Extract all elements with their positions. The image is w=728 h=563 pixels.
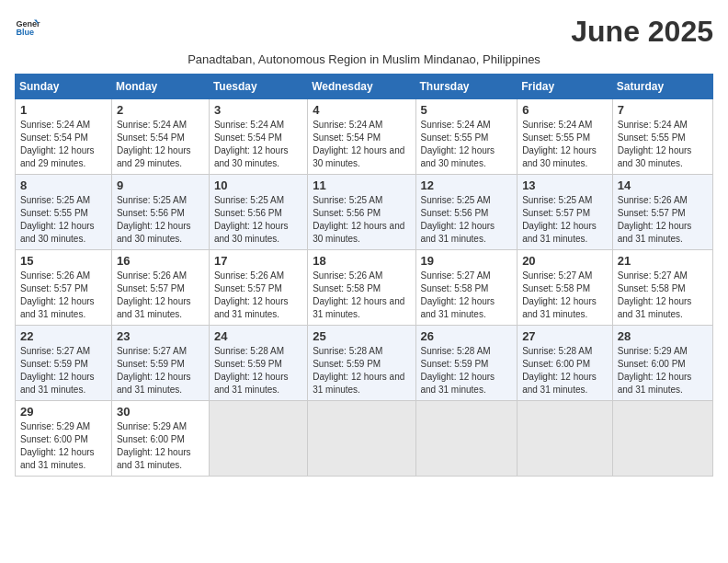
day-headers: SundayMondayTuesdayWednesdayThursdayFrid… <box>16 75 713 99</box>
calendar-cell: 26Sunrise: 5:28 AM Sunset: 5:59 PM Dayli… <box>415 326 518 401</box>
calendar-week-2: 8Sunrise: 5:25 AM Sunset: 5:55 PM Daylig… <box>16 175 713 250</box>
calendar-cell: 16Sunrise: 5:26 AM Sunset: 5:57 PM Dayli… <box>111 250 209 326</box>
calendar-cell: 10Sunrise: 5:25 AM Sunset: 5:56 PM Dayli… <box>209 175 307 250</box>
calendar-cell: 25Sunrise: 5:28 AM Sunset: 5:59 PM Dayli… <box>308 326 415 401</box>
day-info: Sunrise: 5:26 AM Sunset: 5:57 PM Dayligh… <box>117 270 204 321</box>
day-number: 7 <box>618 103 708 117</box>
day-info: Sunrise: 5:26 AM Sunset: 5:57 PM Dayligh… <box>618 194 708 246</box>
calendar-cell: 19Sunrise: 5:27 AM Sunset: 5:58 PM Dayli… <box>415 250 518 326</box>
logo-icon: General Blue <box>15 15 40 40</box>
day-number: 15 <box>20 254 107 268</box>
day-info: Sunrise: 5:24 AM Sunset: 5:55 PM Dayligh… <box>618 119 708 170</box>
day-info: Sunrise: 5:27 AM Sunset: 5:58 PM Dayligh… <box>421 270 513 321</box>
calendar-cell: 12Sunrise: 5:25 AM Sunset: 5:56 PM Dayli… <box>415 175 518 250</box>
day-number: 24 <box>214 329 302 343</box>
day-info: Sunrise: 5:28 AM Sunset: 6:00 PM Dayligh… <box>522 345 608 396</box>
day-number: 13 <box>522 178 608 192</box>
day-number: 6 <box>522 103 608 117</box>
day-info: Sunrise: 5:25 AM Sunset: 5:56 PM Dayligh… <box>313 194 410 246</box>
day-number: 25 <box>313 329 410 343</box>
day-info: Sunrise: 5:29 AM Sunset: 6:00 PM Dayligh… <box>618 345 708 396</box>
day-header-monday: Monday <box>111 75 209 99</box>
day-info: Sunrise: 5:24 AM Sunset: 5:54 PM Dayligh… <box>117 119 204 170</box>
day-number: 23 <box>117 329 204 343</box>
day-info: Sunrise: 5:24 AM Sunset: 5:54 PM Dayligh… <box>214 119 302 170</box>
day-info: Sunrise: 5:28 AM Sunset: 5:59 PM Dayligh… <box>421 345 513 396</box>
calendar-subtitle: Panadtaban, Autonomous Region in Muslim … <box>15 52 713 66</box>
calendar-cell: 11Sunrise: 5:25 AM Sunset: 5:56 PM Dayli… <box>308 175 415 250</box>
day-number: 21 <box>618 254 708 268</box>
calendar-cell: 2Sunrise: 5:24 AM Sunset: 5:54 PM Daylig… <box>111 99 209 175</box>
calendar-cell: 6Sunrise: 5:24 AM Sunset: 5:55 PM Daylig… <box>518 99 613 175</box>
calendar-cell: 29Sunrise: 5:29 AM Sunset: 6:00 PM Dayli… <box>16 401 112 477</box>
calendar-cell <box>415 401 518 477</box>
day-info: Sunrise: 5:29 AM Sunset: 6:00 PM Dayligh… <box>117 420 204 472</box>
day-number: 29 <box>20 405 107 419</box>
day-header-wednesday: Wednesday <box>308 75 415 99</box>
logo: General Blue <box>15 15 40 40</box>
header: General Blue June 2025 <box>15 15 713 49</box>
calendar-cell: 30Sunrise: 5:29 AM Sunset: 6:00 PM Dayli… <box>111 401 209 477</box>
day-number: 20 <box>522 254 608 268</box>
calendar-cell: 22Sunrise: 5:27 AM Sunset: 5:59 PM Dayli… <box>16 326 112 401</box>
day-number: 18 <box>313 254 410 268</box>
day-header-saturday: Saturday <box>612 75 712 99</box>
calendar-week-5: 29Sunrise: 5:29 AM Sunset: 6:00 PM Dayli… <box>16 401 713 477</box>
day-number: 17 <box>214 254 302 268</box>
day-info: Sunrise: 5:27 AM Sunset: 5:58 PM Dayligh… <box>522 270 608 321</box>
day-info: Sunrise: 5:27 AM Sunset: 5:59 PM Dayligh… <box>117 345 204 396</box>
calendar-week-3: 15Sunrise: 5:26 AM Sunset: 5:57 PM Dayli… <box>16 250 713 326</box>
day-number: 16 <box>117 254 204 268</box>
day-number: 12 <box>421 178 513 192</box>
day-number: 11 <box>313 178 410 192</box>
day-number: 14 <box>618 178 708 192</box>
day-info: Sunrise: 5:29 AM Sunset: 6:00 PM Dayligh… <box>20 420 107 472</box>
day-info: Sunrise: 5:24 AM Sunset: 5:55 PM Dayligh… <box>421 119 513 170</box>
day-info: Sunrise: 5:25 AM Sunset: 5:57 PM Dayligh… <box>522 194 608 246</box>
calendar-cell <box>308 401 415 477</box>
calendar-cell: 15Sunrise: 5:26 AM Sunset: 5:57 PM Dayli… <box>16 250 112 326</box>
day-info: Sunrise: 5:28 AM Sunset: 5:59 PM Dayligh… <box>214 345 302 396</box>
calendar-cell: 23Sunrise: 5:27 AM Sunset: 5:59 PM Dayli… <box>111 326 209 401</box>
day-header-thursday: Thursday <box>415 75 518 99</box>
calendar-table: SundayMondayTuesdayWednesdayThursdayFrid… <box>15 74 713 477</box>
day-number: 30 <box>117 405 204 419</box>
day-info: Sunrise: 5:24 AM Sunset: 5:54 PM Dayligh… <box>20 119 107 170</box>
day-header-friday: Friday <box>518 75 613 99</box>
calendar-cell: 27Sunrise: 5:28 AM Sunset: 6:00 PM Dayli… <box>518 326 613 401</box>
day-info: Sunrise: 5:28 AM Sunset: 5:59 PM Dayligh… <box>313 345 410 396</box>
day-info: Sunrise: 5:27 AM Sunset: 5:58 PM Dayligh… <box>618 270 708 321</box>
calendar-cell: 7Sunrise: 5:24 AM Sunset: 5:55 PM Daylig… <box>612 99 712 175</box>
day-number: 4 <box>313 103 410 117</box>
day-number: 10 <box>214 178 302 192</box>
day-info: Sunrise: 5:26 AM Sunset: 5:57 PM Dayligh… <box>214 270 302 321</box>
day-number: 22 <box>20 329 107 343</box>
day-info: Sunrise: 5:25 AM Sunset: 5:56 PM Dayligh… <box>214 194 302 246</box>
day-number: 8 <box>20 178 107 192</box>
calendar-cell: 8Sunrise: 5:25 AM Sunset: 5:55 PM Daylig… <box>16 175 112 250</box>
day-info: Sunrise: 5:27 AM Sunset: 5:59 PM Dayligh… <box>20 345 107 396</box>
calendar-cell: 13Sunrise: 5:25 AM Sunset: 5:57 PM Dayli… <box>518 175 613 250</box>
calendar-cell <box>518 401 613 477</box>
svg-text:Blue: Blue <box>16 28 34 37</box>
day-info: Sunrise: 5:26 AM Sunset: 5:58 PM Dayligh… <box>313 270 410 321</box>
day-number: 1 <box>20 103 107 117</box>
day-info: Sunrise: 5:26 AM Sunset: 5:57 PM Dayligh… <box>20 270 107 321</box>
calendar-cell: 18Sunrise: 5:26 AM Sunset: 5:58 PM Dayli… <box>308 250 415 326</box>
day-header-sunday: Sunday <box>16 75 112 99</box>
calendar-week-4: 22Sunrise: 5:27 AM Sunset: 5:59 PM Dayli… <box>16 326 713 401</box>
day-header-tuesday: Tuesday <box>209 75 307 99</box>
calendar-cell <box>209 401 307 477</box>
calendar-cell <box>612 401 712 477</box>
calendar-cell: 24Sunrise: 5:28 AM Sunset: 5:59 PM Dayli… <box>209 326 307 401</box>
calendar-body: 1Sunrise: 5:24 AM Sunset: 5:54 PM Daylig… <box>16 99 713 477</box>
day-number: 5 <box>421 103 513 117</box>
calendar-cell: 20Sunrise: 5:27 AM Sunset: 5:58 PM Dayli… <box>518 250 613 326</box>
day-info: Sunrise: 5:25 AM Sunset: 5:56 PM Dayligh… <box>117 194 204 246</box>
day-info: Sunrise: 5:24 AM Sunset: 5:54 PM Dayligh… <box>313 119 410 170</box>
calendar-cell: 9Sunrise: 5:25 AM Sunset: 5:56 PM Daylig… <box>111 175 209 250</box>
day-info: Sunrise: 5:25 AM Sunset: 5:56 PM Dayligh… <box>421 194 513 246</box>
day-info: Sunrise: 5:25 AM Sunset: 5:55 PM Dayligh… <box>20 194 107 246</box>
calendar-cell: 1Sunrise: 5:24 AM Sunset: 5:54 PM Daylig… <box>16 99 112 175</box>
day-number: 27 <box>522 329 608 343</box>
